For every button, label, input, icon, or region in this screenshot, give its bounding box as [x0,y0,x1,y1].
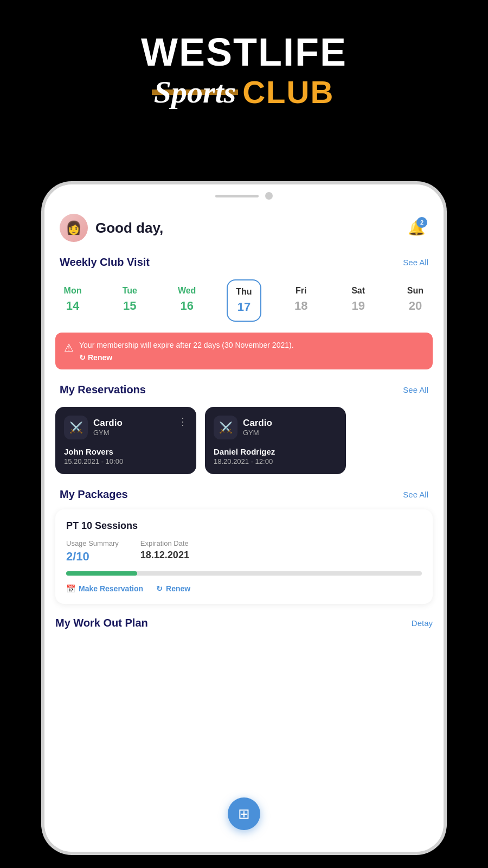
progress-bar-fill [66,571,137,576]
packages-header: My Packages See All [44,483,444,507]
day-num-sun: 20 [409,299,422,313]
usage-stat: Usage Summary 2/10 [66,539,119,564]
package-renew-label: Renew [166,584,190,593]
renew-pkg-icon: ↻ [156,584,163,593]
package-name: PT 10 Sessions [66,520,422,532]
alert-text-wrap: Your membership will expire after 22 day… [79,340,424,362]
logo-westlife: WESTLIFE [0,33,488,72]
day-wed[interactable]: Wed 16 [170,279,204,322]
header-left: 👩 Good day, [60,214,163,242]
res-card-header-2: ⚔️ Cardio GYM [214,416,337,439]
day-num-fri: 18 [294,299,307,313]
packages-title: My Packages [60,488,128,501]
make-reservation-button[interactable]: 📅 Make Reservation [66,584,143,593]
make-reservation-label: Make Reservation [79,584,143,593]
res-date-2: 18.20.2021 - 12:00 [214,457,337,465]
weekly-visit-header: Weekly Club Visit See All [44,251,444,275]
dumbbell-icon-2: ⚔️ [219,421,233,434]
calendar-icon: 📅 [66,584,75,593]
calendar-row: Mon 14 Tue 15 Wed 16 Thu 17 [44,275,444,330]
res-card-top-1: ⚔️ Cardio GYM [64,416,123,439]
day-name-sat: Sat [351,286,365,296]
res-date-1: 15.20.2021 - 10:00 [64,457,188,465]
reservations-header: My Reservations See All [44,378,444,403]
res-location-1: GYM [93,429,123,437]
progress-bar-bg [66,571,422,576]
reservations-title: My Reservations [60,384,146,396]
day-name-sun: Sun [407,286,423,296]
workout-header: My Work Out Plan Detay [44,612,444,673]
usage-value: 2/10 [66,550,119,564]
reservations-list[interactable]: ⚔️ Cardio GYM ⋮ John Rovers 15.20.2021 -… [44,403,444,483]
res-icon-2: ⚔️ [214,416,237,439]
camera-dot [265,192,273,200]
res-menu-1[interactable]: ⋮ [178,416,188,427]
day-num-tue: 15 [123,299,136,313]
day-sun[interactable]: Sun 20 [398,279,433,322]
phone-frame: 👩 Good day, 🔔 2 Weekly Club Visit See Al… [44,184,444,852]
reservations-see-all[interactable]: See All [403,385,428,394]
usage-label: Usage Summary [66,539,119,547]
day-name-wed: Wed [178,286,196,296]
res-title-wrap-1: Cardio GYM [93,418,123,437]
day-fri[interactable]: Fri 18 [284,279,318,322]
expiry-value: 18.12.2021 [140,550,189,561]
dumbbell-icon: ⚔️ [69,421,83,434]
day-name-fri: Fri [296,286,306,296]
alert-renew-button[interactable]: ↻ Renew [79,353,424,362]
avatar[interactable]: 👩 [60,214,88,242]
expiry-label: Expiration Date [140,539,189,547]
weekly-visit-title: Weekly Club Visit [60,256,150,269]
day-sat[interactable]: Sat 19 [341,279,376,322]
day-num-mon: 14 [66,299,79,313]
res-trainer-2: Daniel Rodrigez [214,447,337,456]
logo-area: WESTLIFE Sports CLUB [0,33,488,110]
expiry-stat: Expiration Date 18.12.2021 [140,539,189,564]
res-type-1: Cardio [93,418,123,429]
day-mon[interactable]: Mon 14 [55,279,90,322]
day-num-sat: 19 [351,299,364,313]
notification-badge: 2 [416,217,427,228]
reservation-card-2[interactable]: ⚔️ Cardio GYM Daniel Rodrigez 18.20.2021… [205,407,346,474]
day-name-tue: Tue [123,286,137,296]
workout-detay[interactable]: Detay [412,618,433,628]
workout-title: My Work Out Plan [55,617,148,629]
membership-alert: ⚠ Your membership will expire after 22 d… [55,333,433,369]
day-num-wed: 16 [180,299,193,313]
greeting-text: Good day, [95,220,163,237]
logo-club: CLUB [242,74,334,110]
fab-icon: ⊞ [238,806,250,822]
res-card-header-1: ⚔️ Cardio GYM ⋮ [64,416,188,439]
reservation-card-1[interactable]: ⚔️ Cardio GYM ⋮ John Rovers 15.20.2021 -… [55,407,196,474]
res-trainer-1: John Rovers [64,447,188,456]
res-title-wrap-2: Cardio GYM [243,418,272,437]
phone-content[interactable]: 👩 Good day, 🔔 2 Weekly Club Visit See Al… [44,203,444,852]
notch-bar [215,195,259,197]
notification-button[interactable]: 🔔 2 [404,216,428,240]
alert-message: Your membership will expire after 22 day… [79,340,424,351]
app-header: 👩 Good day, 🔔 2 [44,203,444,251]
day-thu[interactable]: Thu 17 [227,279,261,322]
renew-label: Renew [88,353,112,362]
package-renew-button[interactable]: ↻ Renew [156,584,190,593]
res-location-2: GYM [243,429,272,437]
logo-sports: Sports [154,74,236,110]
renew-icon: ↻ [79,353,86,362]
day-tue[interactable]: Tue 15 [112,279,147,322]
res-type-2: Cardio [243,418,272,429]
package-actions: 📅 Make Reservation ↻ Renew [66,584,422,593]
package-stats: Usage Summary 2/10 Expiration Date 18.12… [66,539,422,564]
res-card-top-2: ⚔️ Cardio GYM [214,416,272,439]
fab-button[interactable]: ⊞ [228,797,260,830]
warning-icon: ⚠ [64,341,74,354]
day-name-mon: Mon [64,286,82,296]
package-card: PT 10 Sessions Usage Summary 2/10 Expira… [55,509,433,604]
weekly-see-all[interactable]: See All [403,258,428,267]
phone-topbar [44,184,444,203]
res-icon-1: ⚔️ [64,416,88,439]
day-num-thu: 17 [237,300,251,314]
day-name-thu: Thu [236,287,252,297]
packages-see-all[interactable]: See All [403,490,428,499]
